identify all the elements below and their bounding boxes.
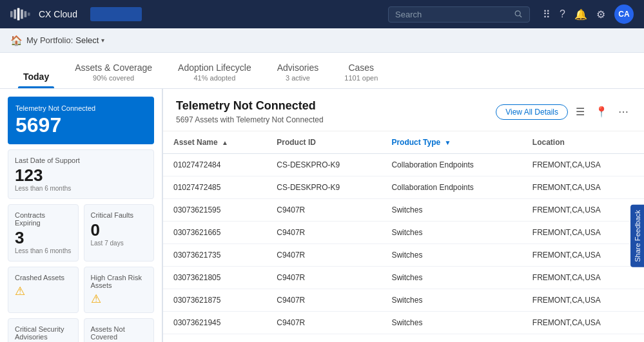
cell-asset_name: 03073621945 [163,312,266,334]
sort-down-icon: ▼ [445,139,451,146]
table-row: 01027472484CS-DESKPRO-K9Collaboration En… [163,154,644,176]
last-date-support-widget: Last Date of Support 123 Less than 6 mon… [8,149,154,199]
col-location[interactable]: Location [522,131,644,154]
critical-security-widget: Critical Security Advisories 0 [8,318,79,342]
svg-rect-3 [21,10,23,19]
cell-location: FREMONT,CA,USA [522,222,644,244]
cell-asset_name: 01027472484 [163,154,266,176]
crash-row: Crashed Assets ⚠ High Crash Risk Assets … [8,267,154,313]
warning-icon-2: ⚠ [91,292,148,306]
cell-product_id: C9407R [266,199,381,222]
tab-today[interactable]: Today [10,71,62,88]
contracts-expiring-value: 3 [15,229,72,246]
table-row: 03073621735C9407RSwitchesFREMONT,CA,USA [163,244,644,267]
col-product-id[interactable]: Product ID [266,131,381,154]
cell-location: FREMONT,CA,USA [522,154,644,176]
svg-rect-4 [24,11,27,17]
tab-cases[interactable]: Cases 1101 open [331,62,391,88]
help-icon[interactable]: ? [560,8,565,20]
contracts-expiring-title: Contracts Expiring [15,211,72,227]
last-date-support-title: Last Date of Support [15,157,147,164]
panel-title: Telemetry Not Connected [176,99,324,113]
last-date-support-sub: Less than 6 months [15,185,147,192]
bell-icon[interactable]: 🔔 [574,8,587,21]
app-badge [90,7,142,21]
cell-product_type: Switches [381,312,522,334]
cell-location: FREMONT,CA,USA [522,312,644,334]
more-options-icon[interactable]: ⋯ [616,104,631,119]
svg-rect-1 [14,10,16,19]
settings-icon[interactable]: ⚙ [596,8,605,21]
panel-header-text: Telemetry Not Connected 5697 Assets with… [176,99,324,124]
contracts-faults-row: Contracts Expiring 3 Less than 6 months … [8,204,154,261]
cell-product_type: Collaboration Endpoints [381,154,522,176]
search-input[interactable] [395,10,511,19]
cell-asset_name: 03073621595 [163,199,266,222]
topnav-icon-group: ⠿ ? 🔔 ⚙ CA [543,5,634,24]
col-asset-name[interactable]: Asset Name ▲ [163,131,266,154]
sort-asc-icon: ▲ [222,139,228,146]
cell-product_id: C9407R [266,312,381,334]
cell-product_id: CS-DESKPRO-K9 [266,154,381,176]
cell-product_type: Collaboration Endpoints [381,176,522,199]
cell-product_id: C9407R [266,244,381,267]
critical-security-title: Critical Security Advisories [15,325,72,341]
portfolio-label: My Portfolio: [26,35,73,45]
list-view-icon[interactable]: ☰ [573,104,587,119]
map-view-icon[interactable]: 📍 [592,104,610,119]
left-panel: Telemetry Not Connected 5697 Last Date o… [0,89,162,342]
app-logo: CX Cloud [10,7,83,21]
svg-line-7 [520,15,522,17]
critical-faults-title: Critical Faults [91,211,148,219]
share-feedback-button[interactable]: Share Feedback [630,205,644,267]
critical-faults-sub: Last 7 days [91,240,148,247]
user-avatar[interactable]: CA [614,5,634,24]
app-name: CX Cloud [39,9,77,19]
table-row: 03073621805C9407RSwitchesFREMONT,CA,USA [163,267,644,289]
security-covered-row: Critical Security Advisories 0 Assets No… [8,318,154,342]
cell-product_type: Switches [381,222,522,244]
crashed-assets-widget: Crashed Assets ⚠ [8,267,79,313]
table-row: 03073621875C9407RSwitchesFREMONT,CA,USA [163,289,644,312]
cell-product_id: C9407R [266,222,381,244]
svg-rect-2 [17,8,20,20]
tab-advisories[interactable]: Advisories 3 active [264,62,332,88]
cell-product_id: CS-DESKPRO-K9 [266,176,381,199]
critical-faults-value: 0 [91,222,148,238]
portfolio-select[interactable]: Select ▾ [75,35,104,45]
telemetry-widget: Telemetry Not Connected 5697 [8,97,154,144]
warning-icon: ⚠ [15,284,72,298]
support-row: Last Date of Support 123 Less than 6 mon… [8,149,154,199]
tab-assets-coverage[interactable]: Assets & Coverage 90% covered [62,62,165,88]
cell-asset_name: 03073621665 [163,222,266,244]
table-header: Asset Name ▲ Product ID Product Type ▼ L… [163,131,644,154]
tab-adoption-lifecycle[interactable]: Adoption Lifecycle 41% adopted [165,62,264,88]
grid-icon[interactable]: ⠿ [543,8,551,21]
crashed-assets-title: Crashed Assets [15,274,72,281]
cell-asset_name: 01027472485 [163,176,266,199]
right-panel: Telemetry Not Connected 5697 Assets with… [163,89,644,342]
cell-product_id: C9407R [266,289,381,312]
search-bar[interactable] [388,6,530,23]
cell-location: FREMONT,CA,USA [522,244,644,267]
main-content: Telemetry Not Connected 5697 Last Date o… [0,89,644,342]
cell-asset_name: 03073621735 [163,244,266,267]
home-icon[interactable]: 🏠 [10,35,23,46]
panel-header: Telemetry Not Connected 5697 Assets with… [163,89,644,131]
assets-not-covered-title: Assets Not Covered [91,325,148,341]
telemetry-value: 5697 [15,115,146,135]
critical-faults-widget: Critical Faults 0 Last 7 days [84,204,155,261]
table-body: 01027472484CS-DESKPRO-K9Collaboration En… [163,154,644,334]
contracts-expiring-widget: Contracts Expiring 3 Less than 6 months [8,204,79,261]
assets-not-covered-widget: Assets Not Covered 584 [84,318,155,342]
svg-rect-0 [10,11,13,17]
view-all-button[interactable]: View All Details [496,104,568,120]
svg-rect-5 [28,13,30,16]
col-product-type[interactable]: Product Type ▼ [381,131,522,154]
svg-point-6 [516,11,521,16]
top-navigation: CX Cloud ⠿ ? 🔔 ⚙ CA [0,0,644,28]
tabs-bar: Today Assets & Coverage 90% covered Adop… [0,53,644,89]
cell-asset_name: 03073621805 [163,267,266,289]
cell-product_type: Switches [381,199,522,222]
table-row: 03073621665C9407RSwitchesFREMONT,CA,USA [163,222,644,244]
